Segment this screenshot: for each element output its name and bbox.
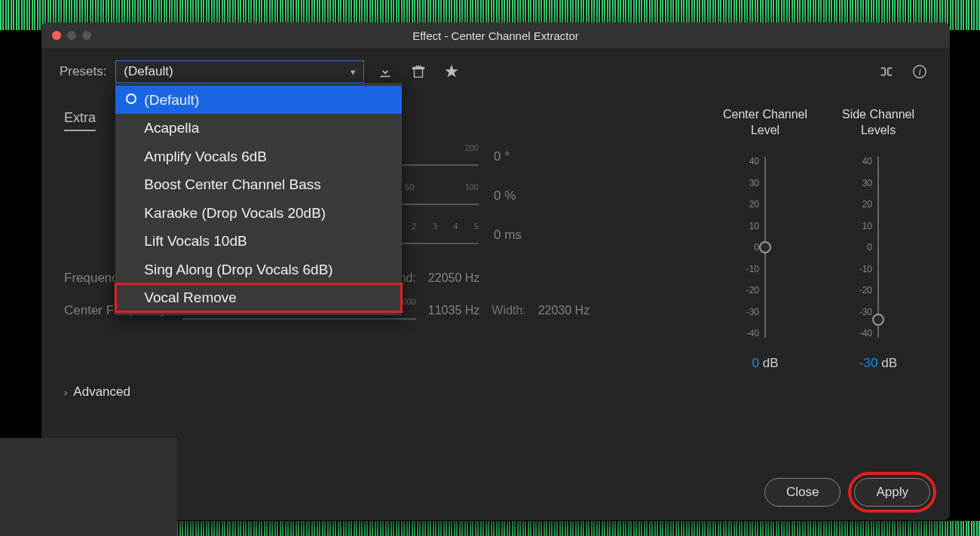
width-label: Width:	[492, 304, 525, 317]
side-level-value: -30 dB	[829, 356, 927, 371]
preset-select-wrapper: (Default) ▾ (Default) Acapella Amplify V…	[115, 60, 364, 83]
save-preset-button[interactable]	[373, 60, 397, 83]
chevron-right-icon: ›	[64, 387, 67, 398]
center-freq-value: 11035 Hz	[428, 304, 480, 317]
preset-option-amplify[interactable]: Amplify Vocals 6dB	[115, 142, 402, 170]
preset-selected-value: (Default)	[124, 64, 173, 79]
center-channel-slider-col: Center Channel Level 403020100-10-20-30-…	[716, 107, 814, 371]
preset-dropdown-trigger[interactable]: (Default) ▾	[115, 60, 364, 83]
preset-option-acapella[interactable]: Acapella	[115, 114, 402, 142]
angle-value: 0 °	[494, 149, 562, 164]
close-button[interactable]: Close	[764, 478, 841, 507]
delete-preset-button[interactable]	[406, 60, 430, 83]
side-slider-handle[interactable]	[872, 314, 884, 326]
preset-toolbar: Presets: (Default) ▾ (Default) Acapella …	[41, 48, 950, 92]
bottom-left-panel	[0, 438, 177, 536]
right-column: Center Channel Level 403020100-10-20-30-…	[716, 100, 927, 371]
preset-option-lift[interactable]: Lift Vocals 10dB	[115, 227, 402, 255]
svg-text:i: i	[919, 67, 921, 78]
delay-value: 0 ms	[494, 228, 562, 243]
end-value: 22050 Hz	[428, 271, 480, 285]
center-level-slider[interactable]: 403020100-10-20-30-40	[735, 149, 795, 345]
center-level-title: Center Channel Level	[716, 107, 814, 139]
info-icon[interactable]: i	[908, 60, 932, 83]
dialog-footer: Close Apply	[764, 478, 930, 507]
preset-option-vocal-remove[interactable]: Vocal Remove	[115, 283, 402, 311]
dialog-title: Effect - Center Channel Extractor	[41, 29, 950, 42]
side-channel-slider-col: Side Channel Levels 403020100-10-20-30-4…	[829, 107, 927, 371]
apply-button[interactable]: Apply	[854, 478, 930, 507]
preset-option-boost-bass[interactable]: Boost Center Channel Bass	[115, 170, 402, 198]
chevron-down-icon: ▾	[351, 66, 356, 78]
side-level-title: Side Channel Levels	[829, 107, 927, 139]
titlebar: Effect - Center Channel Extractor	[41, 23, 950, 48]
advanced-label: Advanced	[73, 384, 130, 400]
center-slider-handle[interactable]	[759, 241, 771, 253]
center-level-value: 0 dB	[716, 356, 814, 371]
favorite-button[interactable]	[439, 60, 464, 83]
pan-value: 0 %	[494, 188, 562, 204]
preset-option-karaoke[interactable]: Karaoke (Drop Vocals 20dB)	[115, 199, 402, 227]
presets-label: Presets:	[60, 64, 106, 79]
tab-extraction[interactable]: Extra	[64, 110, 96, 131]
effect-dialog: Effect - Center Channel Extractor Preset…	[41, 23, 950, 520]
preset-dropdown-menu: (Default) Acapella Amplify Vocals 6dB Bo…	[115, 83, 402, 315]
routing-icon[interactable]	[874, 60, 899, 83]
width-value: 22030 Hz	[538, 304, 590, 317]
preset-option-sing-along[interactable]: Sing Along (Drop Vocals 6dB)	[115, 256, 402, 283]
advanced-section-toggle[interactable]: › Advanced	[41, 371, 950, 413]
side-level-slider[interactable]: 403020100-10-20-30-40	[848, 149, 908, 345]
preset-option-default[interactable]: (Default)	[115, 86, 402, 114]
